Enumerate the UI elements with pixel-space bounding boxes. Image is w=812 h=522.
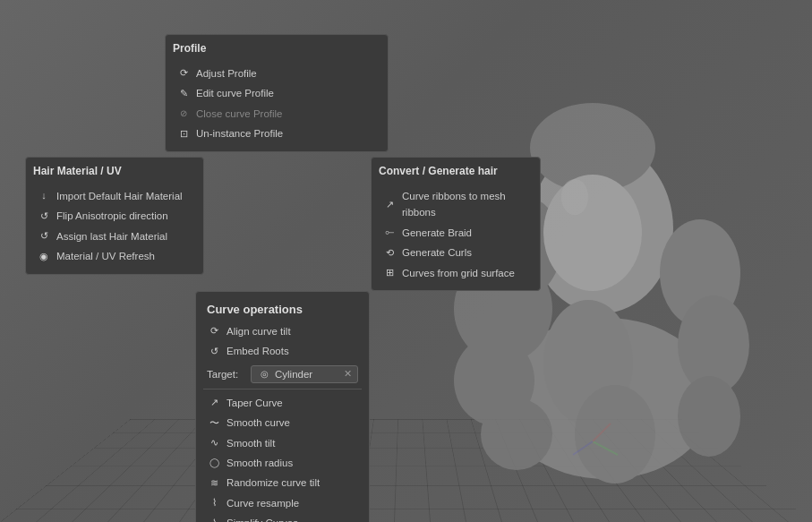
curls-icon bbox=[382, 245, 397, 260]
embed-roots-label: Embed Roots bbox=[227, 343, 289, 359]
adjust-profile-label: Adjust Profile bbox=[196, 65, 257, 81]
hair-material-panel: Hair Material / UV Import Default Hair M… bbox=[25, 157, 204, 275]
embed-roots-item[interactable]: Embed Roots bbox=[203, 341, 362, 361]
target-row: Target: Cylinder ✕ bbox=[203, 364, 362, 385]
convert-generate-panel: Convert / Generate hair Curve ribbons to… bbox=[371, 157, 541, 291]
smooth-tilt-item[interactable]: Smooth tilt bbox=[203, 433, 362, 453]
convert-generate-title: Convert / Generate hair bbox=[379, 165, 533, 181]
import-hair-material-label: Import Default Hair Material bbox=[56, 188, 183, 204]
target-value-text: Cylinder bbox=[275, 369, 312, 380]
target-value-field[interactable]: Cylinder ✕ bbox=[251, 365, 358, 383]
align-curve-tilt-label: Align curve tilt bbox=[227, 323, 291, 339]
smooth-tilt-label: Smooth tilt bbox=[227, 435, 275, 451]
simplify-icon bbox=[207, 516, 221, 522]
material-icon bbox=[37, 249, 51, 263]
braid-icon bbox=[382, 226, 397, 240]
assign-hair-material-item[interactable]: Assign last Hair Material bbox=[33, 227, 196, 246]
simplify-curves-label: Simplify Curves bbox=[227, 515, 298, 522]
edit-curve-profile-label: Edit curve Profile bbox=[196, 85, 274, 101]
resample-icon bbox=[207, 496, 221, 510]
curves-grid-surface-label: Curves from grid surface bbox=[402, 265, 515, 281]
generate-curls-item[interactable]: Generate Curls bbox=[379, 243, 533, 262]
assign-icon bbox=[37, 229, 51, 244]
generate-braid-label: Generate Braid bbox=[402, 225, 472, 241]
adjust-profile-item[interactable]: Adjust Profile bbox=[173, 64, 380, 83]
curve-ribbons-label: Curve ribbons to mesh ribbons bbox=[402, 188, 529, 221]
uninstance-profile-item[interactable]: Un-instance Profile bbox=[173, 124, 380, 143]
taper-curve-item[interactable]: Taper Curve bbox=[203, 393, 362, 413]
taper-curve-label: Taper Curve bbox=[227, 395, 283, 411]
svg-point-15 bbox=[543, 175, 642, 291]
smooth-radius-item[interactable]: Smooth radius bbox=[203, 453, 362, 473]
svg-point-7 bbox=[481, 398, 552, 470]
assign-hair-material-label: Assign last Hair Material bbox=[56, 228, 167, 244]
profile-panel-title: Profile bbox=[173, 42, 380, 58]
smooth-radius-icon bbox=[207, 456, 221, 470]
curve-ops-title: Curve operations bbox=[203, 299, 362, 321]
smooth-curve-item[interactable]: Smooth curve bbox=[203, 413, 362, 432]
taper-icon bbox=[207, 396, 221, 410]
smooth-radius-label: Smooth radius bbox=[227, 455, 293, 471]
close-curve-profile-label: Close curve Profile bbox=[196, 106, 283, 122]
import-hair-material-item[interactable]: Import Default Hair Material bbox=[33, 186, 196, 206]
material-uv-refresh-label: Material / UV Refresh bbox=[56, 248, 155, 264]
svg-point-13 bbox=[575, 385, 655, 483]
divider bbox=[203, 389, 362, 389]
close-curve-icon: ⊘ bbox=[176, 107, 191, 121]
simplify-curves-item[interactable]: Simplify Curves bbox=[203, 513, 362, 522]
flip-anisotropic-label: Flip Anisotropic direction bbox=[56, 208, 168, 224]
uninstance-icon bbox=[176, 126, 191, 141]
edit-icon bbox=[176, 87, 191, 101]
curves-grid-surface-item[interactable]: Curves from grid surface bbox=[379, 263, 533, 283]
close-curve-profile-item[interactable]: ⊘ Close curve Profile bbox=[173, 104, 380, 124]
adjust-icon bbox=[176, 66, 191, 81]
target-label: Target: bbox=[207, 369, 247, 380]
curve-operations-panel: Curve operations Align curve tilt Embed … bbox=[195, 291, 370, 522]
svg-point-16 bbox=[561, 179, 588, 215]
edit-curve-profile-item[interactable]: Edit curve Profile bbox=[173, 83, 380, 103]
smooth-curve-icon bbox=[207, 415, 221, 430]
flip-icon bbox=[37, 210, 51, 224]
profile-panel: Profile Adjust Profile Edit curve Profil… bbox=[165, 34, 389, 152]
grid-icon bbox=[382, 266, 397, 280]
curve-ribbons-item[interactable]: Curve ribbons to mesh ribbons bbox=[379, 186, 533, 223]
smooth-curve-label: Smooth curve bbox=[227, 415, 290, 431]
curve-resample-label: Curve resample bbox=[227, 495, 299, 511]
curve-resample-item[interactable]: Curve resample bbox=[203, 493, 362, 513]
target-close-button[interactable]: ✕ bbox=[344, 368, 352, 380]
align-curve-tilt-item[interactable]: Align curve tilt bbox=[203, 321, 362, 341]
randomize-curve-tilt-label: Randomize curve tilt bbox=[227, 475, 320, 491]
randomize-tilt-item[interactable]: Randomize curve tilt bbox=[203, 473, 362, 492]
material-uv-refresh-item[interactable]: Material / UV Refresh bbox=[33, 246, 196, 266]
flip-anisotropic-item[interactable]: Flip Anisotropic direction bbox=[33, 206, 196, 226]
curve-ribbon-icon bbox=[382, 197, 397, 211]
svg-point-11 bbox=[678, 376, 740, 457]
generate-curls-label: Generate Curls bbox=[402, 244, 472, 261]
smooth-tilt-icon bbox=[207, 436, 221, 450]
generate-braid-item[interactable]: Generate Braid bbox=[379, 223, 533, 243]
hair-material-title: Hair Material / UV bbox=[33, 165, 196, 181]
align-icon bbox=[207, 324, 221, 338]
embed-icon bbox=[207, 345, 221, 359]
cylinder-icon bbox=[257, 367, 271, 381]
import-icon bbox=[37, 189, 51, 203]
randomize-icon bbox=[207, 476, 221, 491]
uninstance-profile-label: Un-instance Profile bbox=[196, 125, 283, 141]
